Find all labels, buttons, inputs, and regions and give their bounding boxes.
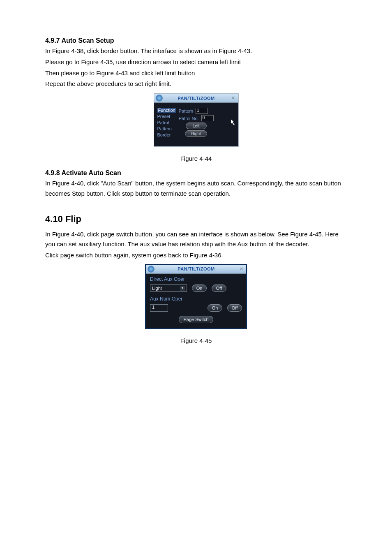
para-flip-2: Click page switch button again, system g… — [45, 250, 347, 261]
close-icon[interactable]: ✕ — [230, 95, 237, 102]
para-flip-1: In Figure 4-40, click page switch button… — [45, 229, 347, 250]
label-direct-aux-oper: Direct Aux Oper — [150, 276, 242, 282]
figure-caption-45: Figure 4-45 — [45, 337, 347, 344]
app-icon — [148, 266, 154, 273]
left-button[interactable]: Left — [186, 123, 207, 129]
input-pattern[interactable]: 1 — [196, 108, 208, 114]
list-item-preset[interactable]: Preset — [157, 114, 176, 119]
direct-aux-on-button[interactable]: On — [192, 284, 207, 292]
close-icon[interactable]: ✕ — [238, 266, 244, 272]
list-item-pattern[interactable]: Pattern — [157, 126, 176, 131]
ptz-dialog-pattern: PAN/TILT/ZOOM ✕ Function Preset Patrol P… — [154, 93, 239, 147]
right-button[interactable]: Right — [185, 130, 207, 137]
input-patrol-no[interactable]: 0 — [201, 115, 214, 121]
dialog-titlebar: PAN/TILT/ZOOM ✕ — [154, 94, 238, 103]
aux-num-input[interactable]: 1 — [150, 304, 168, 312]
cursor-icon — [231, 119, 236, 125]
aux-select[interactable]: Light ▼ — [150, 284, 187, 292]
heading-auto-scan-setup: 4.9.7 Auto Scan Setup — [45, 37, 347, 44]
dialog-title: PAN/TILT/ZOOM — [163, 96, 230, 101]
heading-activate-auto-scan: 4.9.8 Activate Auto Scan — [45, 169, 347, 177]
direct-aux-off-button[interactable]: Off — [212, 284, 226, 292]
para-autoscan: In Figure 4-40, click "Auto Scan" button… — [45, 178, 347, 199]
list-item-border[interactable]: Border — [157, 132, 176, 137]
label-aux-num-oper: Aux Num Oper — [150, 296, 242, 302]
figure-caption-44: Figure 4-44 — [45, 155, 347, 162]
para-4: Repeat the above procedures to set right… — [45, 79, 347, 89]
heading-flip: 4.10 Flip — [45, 214, 347, 224]
function-list: Function Preset Patrol Pattern Border — [157, 108, 176, 137]
para-2: Please go to Figure 4-35, use direction … — [45, 57, 347, 67]
label-pattern: Pattern — [179, 109, 193, 113]
para-3: Then please go to Figure 4-43 and click … — [45, 68, 347, 79]
function-header: Function — [157, 108, 176, 113]
aux-select-value: Light — [152, 286, 162, 291]
dialog-titlebar: PAN/TILT/ZOOM ✕ — [146, 265, 246, 274]
dialog-title: PAN/TILT/ZOOM — [154, 266, 238, 271]
app-icon — [156, 95, 163, 102]
page-switch-button[interactable]: Page Switch — [179, 316, 213, 323]
label-patrol-no: Patrol No. — [179, 116, 199, 121]
list-item-patrol[interactable]: Patrol — [157, 120, 176, 125]
ptz-dialog-aux: PAN/TILT/ZOOM ✕ Direct Aux Oper Light ▼ … — [145, 264, 247, 329]
chevron-down-icon: ▼ — [180, 286, 185, 291]
para-1: In Figure 4-38, click border button. The… — [45, 46, 347, 56]
aux-num-off-button[interactable]: Off — [227, 304, 242, 312]
aux-num-on-button[interactable]: On — [208, 304, 222, 312]
